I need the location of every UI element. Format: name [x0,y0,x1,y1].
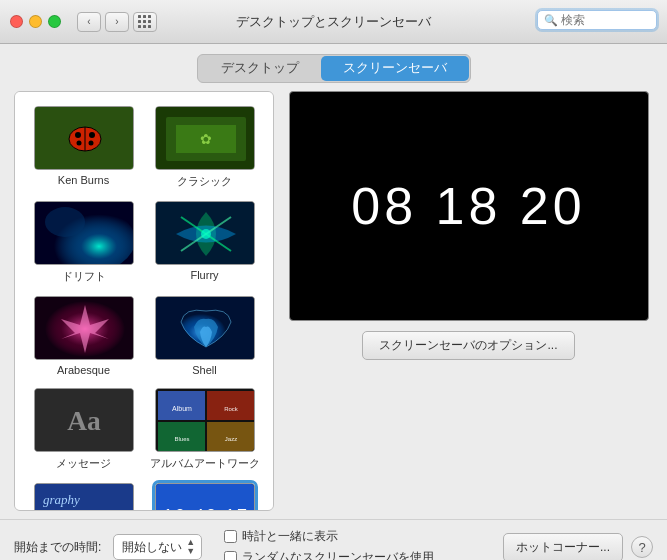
clock-checkbox-label: 時計と一緒に表示 [242,528,338,545]
start-time-select[interactable]: 開始しない ▲ ▼ [113,534,202,560]
screensaver-label: Ken Burns [58,174,109,186]
list-item[interactable]: Shell [144,290,265,382]
svg-text:Blues: Blues [174,436,189,442]
hot-corners-button[interactable]: ホットコーナー... [503,533,623,561]
screensaver-label: ドリフト [62,269,106,284]
svg-text:Album: Album [172,405,192,412]
list-item[interactable]: Ken Burns [23,100,144,195]
svg-text:10 42 17: 10 42 17 [162,506,248,511]
random-checkbox[interactable] [224,551,237,560]
svg-text:✿: ✿ [200,132,212,147]
preview-area: 08 18 20 [289,91,649,321]
screensaver-thumb [34,106,134,170]
svg-text:graphy: graphy [43,492,80,507]
screensaver-label: アルバムアートワーク [150,456,260,471]
right-buttons: ホットコーナー... ? [503,533,653,561]
svg-text:Rock: Rock [224,406,239,412]
list-item[interactable]: 10 42 17 Padbury Clock [144,477,265,511]
close-button[interactable] [10,15,23,28]
screensaver-label: Flurry [190,269,218,281]
screensaver-label: クラシック [177,174,232,189]
search-box[interactable]: 🔍 [537,10,657,30]
list-item[interactable]: Album Rock Blues Jazz アルバムアートワーク [144,382,265,477]
nav-buttons: ‹ › [77,12,129,32]
list-item[interactable]: Aa メッセージ [23,382,144,477]
screensaver-label: Shell [192,364,216,376]
screensaver-thumb [34,296,134,360]
list-item[interactable]: ドリフト [23,195,144,290]
list-item[interactable]: Arabesque [23,290,144,382]
list-item[interactable]: ✿ クラシック [144,100,265,195]
svg-point-5 [89,132,95,138]
grid-icon [138,15,152,29]
back-button[interactable]: ‹ [77,12,101,32]
svg-point-6 [76,141,81,146]
screensaver-thumb: Aa [34,388,134,452]
tab-group: デスクトップ スクリーンセーバ [197,54,471,83]
search-input[interactable] [561,13,651,27]
search-icon: 🔍 [544,14,558,27]
grid-view-button[interactable] [133,12,157,32]
forward-button[interactable]: › [105,12,129,32]
clock-display: 08 18 20 [351,176,585,236]
screensaver-thumb: graphy lexicog bulary [34,483,134,511]
screensaver-thumb: 10 42 17 [155,483,255,511]
list-item[interactable]: Flurry [144,195,265,290]
tab-screensaver[interactable]: スクリーンセーバ [321,56,469,81]
svg-point-7 [88,141,93,146]
checkbox-row-clock: 時計と一緒に表示 [224,528,434,545]
options-button[interactable]: スクリーンセーバのオプション... [362,331,574,360]
start-time-value: 開始しない [122,539,182,556]
list-item[interactable]: graphy lexicog bulary 今日の一言 [23,477,144,511]
screensaver-label: メッセージ [56,456,111,471]
random-checkbox-label: ランダムなスクリーンセーバを使用 [242,549,434,560]
screensaver-grid: Ken Burns ✿ クラシック [15,92,273,511]
screensaver-thumb: Album Rock Blues Jazz [155,388,255,452]
titlebar: ‹ › デスクトップとスクリーンセーバ 🔍 [0,0,667,44]
svg-text:lexicog: lexicog [43,509,74,511]
svg-point-14 [45,207,85,237]
right-panel: 08 18 20 スクリーンセーバのオプション... [284,91,653,511]
checkboxes: 時計と一緒に表示 ランダムなスクリーンセーバを使用 [224,528,434,560]
svg-text:Aa: Aa [67,406,101,436]
screensaver-label: Arabesque [57,364,110,376]
screensaver-thumb [155,201,255,265]
svg-point-16 [201,229,211,239]
screensaver-thumb [34,201,134,265]
screensaver-thumb: ✿ [155,106,255,170]
screensaver-list: Ken Burns ✿ クラシック [14,91,274,511]
select-arrow-icon: ▲ ▼ [186,538,195,556]
traffic-lights [10,15,61,28]
screensaver-thumb [155,296,255,360]
tabs-area: デスクトップ スクリーンセーバ [0,44,667,91]
main-content: Ken Burns ✿ クラシック [0,91,667,519]
help-button[interactable]: ? [631,536,653,558]
tab-desktop[interactable]: デスクトップ [199,56,321,81]
minimize-button[interactable] [29,15,42,28]
maximize-button[interactable] [48,15,61,28]
svg-text:Jazz: Jazz [224,436,236,442]
window-title: デスクトップとスクリーンセーバ [236,13,431,31]
start-time-label: 開始までの時間: [14,539,101,556]
clock-checkbox[interactable] [224,530,237,543]
checkbox-row-random: ランダムなスクリーンセーバを使用 [224,549,434,560]
bottom-bar: 開始までの時間: 開始しない ▲ ▼ 時計と一緒に表示 ランダムなスクリーンセー… [0,519,667,560]
svg-point-4 [75,132,81,138]
